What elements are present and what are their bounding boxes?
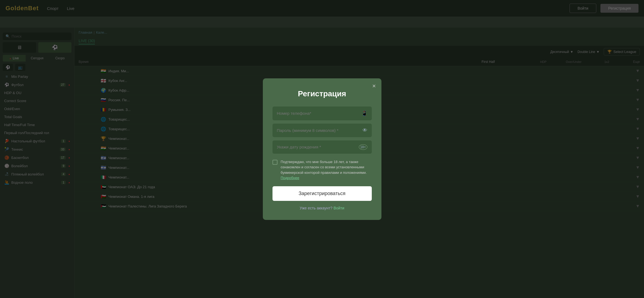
password-input-group[interactable]: 👁 — [272, 124, 372, 137]
terms-text: Подтверждаю, что мне больше 18 лет, а та… — [281, 159, 372, 181]
phone-input[interactable] — [277, 111, 359, 116]
eye-icon[interactable]: 👁 — [362, 127, 367, 133]
login-link[interactable]: Войти — [333, 206, 344, 210]
phone-input-group[interactable]: 📱 — [272, 107, 372, 120]
dob-input-group[interactable]: 18+ — [272, 140, 372, 154]
submit-register-button[interactable]: Зарегистрироваться — [272, 186, 372, 201]
registration-modal: × Регистрация 📱 👁 18+ Подтверждаю, что м… — [263, 78, 381, 220]
password-input[interactable] — [277, 128, 360, 133]
modal-close-button[interactable]: × — [372, 83, 376, 90]
modal-title: Регистрация — [272, 89, 372, 98]
dob-input[interactable] — [277, 145, 357, 149]
terms-checkbox-area: Подтверждаю, что мне больше 18 лет, а та… — [272, 159, 372, 181]
phone-icon: 📱 — [361, 110, 367, 116]
already-account-text: Уже есть аккаунт? Войти — [272, 206, 372, 210]
terms-link[interactable]: Подробнее — [281, 176, 299, 180]
terms-checkbox[interactable] — [272, 160, 277, 165]
age-icon: 18+ — [359, 144, 367, 150]
modal-overlay[interactable]: × Регистрация 📱 👁 18+ Подтверждаю, что м… — [0, 0, 644, 298]
